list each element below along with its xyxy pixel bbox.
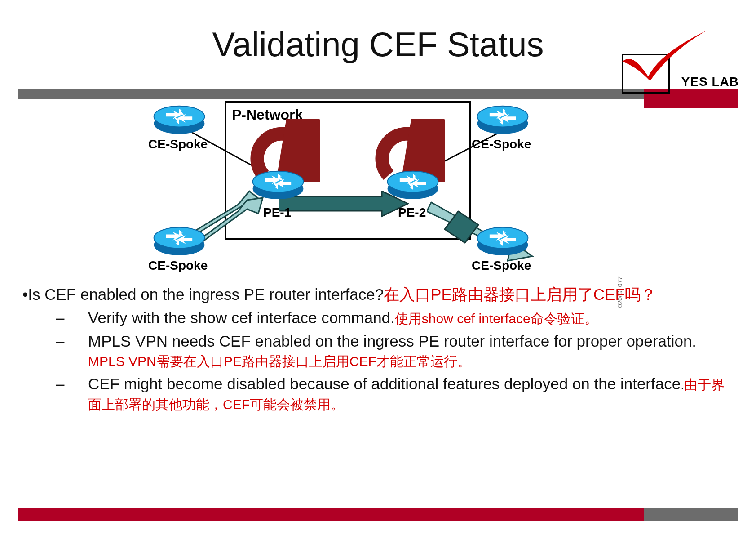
bullet-1-en: Is CEF enabled on the ingress PE router … (28, 285, 384, 303)
router-ce-bl-icon (153, 225, 206, 256)
router-ce-br-icon (476, 225, 529, 256)
sub-2: –MPLS VPN needs CEF enabled on the ingre… (72, 331, 729, 371)
bullet-1-zh: 在入口PE路由器接口上启用了CEF吗？ (384, 285, 656, 303)
sub-2-zh: MPLS VPN需要在入口PE路由器接口上启用CEF才能正常运行。 (88, 354, 471, 369)
network-diagram: P-Network (135, 101, 620, 276)
yes-lab-logo: YES LAB (622, 36, 734, 99)
content-block: •Is CEF enabled on the ingress PE router… (22, 281, 729, 417)
footer-red-bar (18, 508, 647, 521)
sub-3: –CEF might become disabled because of ad… (72, 374, 729, 414)
footer-gray-bar (644, 508, 738, 521)
bullet-1: •Is CEF enabled on the ingress PE router… (22, 285, 729, 304)
router-pe1-icon (252, 169, 305, 200)
sub-2-en: MPLS VPN needs CEF enabled on the ingres… (88, 332, 696, 350)
label-ce-tr: CE-Spoke (472, 137, 531, 152)
router-pe2-icon (386, 169, 439, 200)
sub-1: –Verify with the show cef interface comm… (72, 308, 729, 328)
top-gray-bar (18, 89, 647, 99)
slide: Validating CEF Status YES LAB P-Network (0, 0, 756, 535)
label-ce-bl: CE-Spoke (148, 259, 208, 273)
label-ce-tl: CE-Spoke (148, 137, 208, 152)
router-ce-tl-icon (153, 103, 206, 135)
label-pe2: PE-2 (398, 205, 426, 220)
label-pe1: PE-1 (263, 205, 291, 220)
label-ce-br: CE-Spoke (472, 259, 531, 273)
sub-1-en: Verify with the show cef interface comma… (88, 309, 395, 326)
sub-3-en: CEF might become disabled because of add… (88, 375, 681, 392)
sub-1-zh: 使用show cef interface命令验证。 (395, 311, 598, 326)
checkmark-icon (618, 28, 712, 82)
logo-text: YES LAB (681, 75, 739, 89)
router-ce-tr-icon (476, 103, 529, 135)
